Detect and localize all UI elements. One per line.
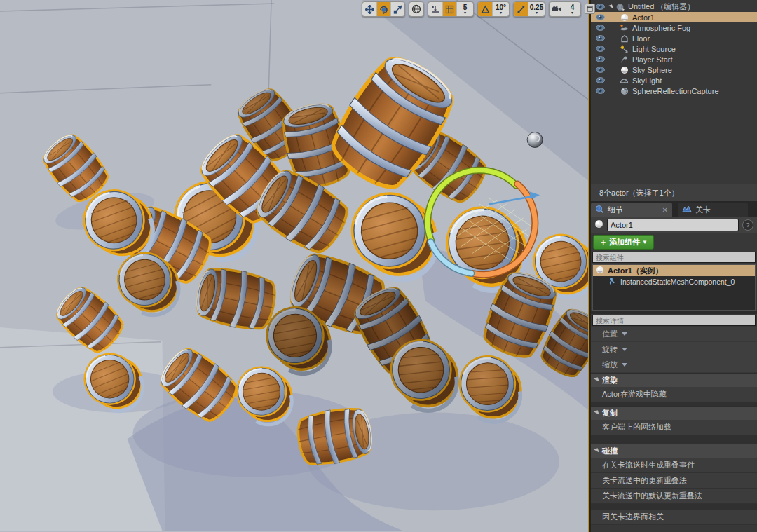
actor-name-input[interactable] — [607, 219, 739, 231]
right-panel: Untitled （编辑器） Actor1 Atmospheric Fog — [589, 0, 757, 532]
panel-divider — [591, 311, 757, 314]
sphere-icon — [594, 219, 603, 231]
move-tool-button[interactable] — [362, 2, 376, 16]
search-details-input[interactable] — [592, 315, 756, 326]
visibility-eye-icon[interactable] — [591, 77, 609, 83]
property-row[interactable]: Actor在游戏中隐藏 — [591, 387, 757, 402]
visibility-eye-icon[interactable] — [591, 88, 609, 94]
rotate-tool-button[interactable] — [376, 2, 390, 16]
visibility-eye-icon[interactable] — [591, 46, 609, 52]
details-tab-icon: i — [595, 205, 604, 215]
outliner-item-label: SphereReflectionCapture — [632, 87, 719, 95]
visibility-eye-icon[interactable] — [591, 67, 609, 73]
outliner-item-label: Atmospheric Fog — [632, 24, 690, 32]
rotation-snap-value: 10° — [496, 4, 506, 11]
svg-text:i: i — [599, 206, 600, 211]
caret-down-icon: ▾ — [571, 11, 573, 15]
grid-snap-value-button[interactable]: 5 ▾ — [456, 2, 473, 16]
outliner-row-atmospheric-fog[interactable]: Atmospheric Fog — [591, 22, 757, 33]
expand-arrow-icon[interactable] — [608, 4, 613, 9]
section-header-collision[interactable]: 碰撞 — [591, 444, 757, 458]
rotation-snap-button[interactable] — [478, 2, 492, 16]
caret-down-icon[interactable] — [622, 363, 627, 367]
viewport-scene[interactable] — [0, 0, 588, 531]
outliner-row-sphere-reflection-capture[interactable]: SphereReflectionCapture — [591, 86, 757, 96]
viewport[interactable]: 5 ▾ 10° ▾ 0.25 ▾ 4 ▾ — [0, 0, 589, 532]
property-row[interactable]: 客户端上的网络加载 — [591, 420, 757, 435]
transform-row-rotation[interactable]: 旋转 — [591, 342, 757, 357]
actor-name-row: ? — [591, 217, 757, 233]
section-title: 复制 — [602, 408, 618, 418]
help-icon[interactable]: ? — [742, 219, 753, 231]
scale-snap-value-button[interactable]: 0.25 ▾ — [528, 2, 545, 16]
property-row[interactable]: 关卡流送中的默认更新重叠法 — [591, 489, 757, 504]
sphere-reflection-capture-gizmo[interactable] — [527, 132, 543, 148]
plus-icon: ＋ — [599, 237, 607, 247]
outliner-row-player-start[interactable]: Player Start — [591, 54, 757, 64]
component-label: InstancedStaticMeshComponent_0 — [620, 278, 735, 286]
outliner-row-skylight[interactable]: SkyLight — [591, 75, 757, 86]
camera-speed-button[interactable] — [550, 2, 564, 16]
transform-row-label: 缩放 — [602, 360, 618, 370]
transform-row-label: 旋转 — [602, 344, 618, 355]
tab-label: 细节 — [608, 205, 623, 215]
transform-row-scale[interactable]: 缩放 — [591, 357, 757, 373]
surface-snap-button[interactable] — [428, 2, 442, 16]
outliner-item-label: Actor1 — [632, 13, 655, 22]
transform-row-label: 位置 — [602, 329, 618, 339]
property-row[interactable]: 关卡流送中的更新重叠法 — [591, 473, 757, 489]
details-panel: i 细节 ✕ 关卡 ? ＋ 添加组件 ▼ — [591, 201, 757, 532]
section-header-rendering[interactable]: 渲染 — [591, 373, 757, 387]
property-label: 关卡流送中的更新重叠法 — [602, 475, 687, 486]
outliner-item-label: Sky Sphere — [632, 66, 672, 74]
transform-row-location[interactable]: 位置 — [591, 327, 757, 342]
outliner-row-light-source[interactable]: Light Source — [591, 43, 757, 54]
visibility-eye-icon[interactable] — [591, 35, 609, 41]
maximize-viewport-button[interactable] — [585, 4, 595, 14]
viewport-toolbar: 5 ▾ 10° ▾ 0.25 ▾ 4 ▾ — [362, 1, 595, 17]
section-gap — [591, 504, 757, 510]
caret-down-icon[interactable] — [622, 348, 627, 351]
scale-tool-button[interactable] — [390, 2, 404, 16]
add-component-row: ＋ 添加组件 ▼ — [591, 233, 757, 251]
outliner-row-sky-sphere[interactable]: Sky Sphere — [591, 64, 757, 75]
details-tabstrip: i 细节 ✕ 关卡 — [591, 201, 757, 217]
outliner-row-actor1[interactable]: Actor1 — [591, 12, 757, 22]
camera-speed-value-button[interactable]: 4 ▾ — [564, 2, 580, 16]
section-title: 渲染 — [602, 375, 618, 386]
section-gap — [591, 435, 757, 444]
sphere-icon — [596, 266, 604, 275]
property-row-level-bounds[interactable]: 因关卡边界而相关 — [591, 510, 757, 525]
grid-snap-button[interactable] — [442, 2, 456, 16]
add-component-button[interactable]: ＋ 添加组件 ▼ — [593, 235, 654, 250]
component-row-actor-instance[interactable]: Actor1（实例） — [593, 265, 755, 276]
add-component-label: 添加组件 — [609, 237, 640, 247]
outliner-row-level[interactable]: Untitled （编辑器） — [591, 1, 757, 12]
world-space-toggle-button[interactable] — [409, 2, 423, 16]
visibility-eye-icon[interactable] — [591, 25, 609, 31]
caret-down-icon[interactable] — [622, 332, 627, 336]
tab-label: 关卡 — [695, 205, 711, 215]
sphere-icon — [619, 66, 629, 74]
outliner-row-floor[interactable]: Floor — [591, 33, 757, 43]
component-row-instanced-static-mesh[interactable]: InstancedStaticMeshComponent_0 — [593, 276, 755, 287]
caret-down-icon: ▾ — [464, 11, 466, 15]
camera-speed-value: 4 — [571, 4, 575, 11]
scale-snap-button[interactable] — [514, 2, 528, 16]
outliner-item-label: SkyLight — [632, 76, 662, 85]
visibility-eye-icon[interactable] — [591, 56, 609, 62]
instanced-static-mesh-icon — [608, 277, 617, 287]
fog-icon — [619, 24, 629, 32]
grid-snap-value: 5 — [463, 4, 468, 11]
tab-details[interactable]: i 细节 ✕ — [591, 203, 672, 217]
tab-level[interactable]: 关卡 — [678, 203, 748, 217]
section-header-replication[interactable]: 复制 — [591, 406, 757, 420]
player-start-icon — [619, 55, 629, 64]
reflection-capture-icon — [619, 87, 629, 95]
search-components-input[interactable] — [592, 252, 756, 263]
section-expand-icon — [594, 448, 599, 454]
section-title: 碰撞 — [602, 446, 618, 456]
rotation-snap-value-button[interactable]: 10° ▾ — [492, 2, 509, 16]
property-row[interactable]: 在关卡流送时生成重叠事件 — [591, 458, 757, 473]
close-icon[interactable]: ✕ — [662, 206, 668, 214]
